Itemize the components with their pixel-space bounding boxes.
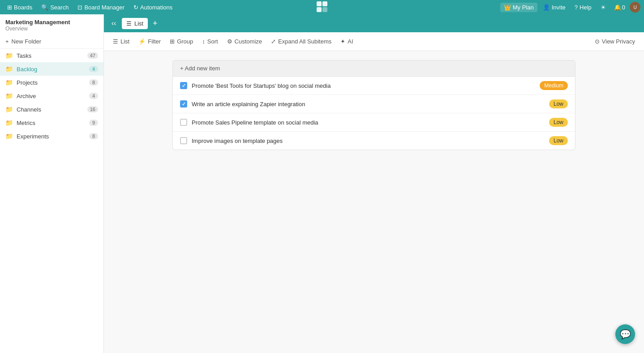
plus-icon: +: [5, 38, 9, 45]
logo: [316, 0, 328, 14]
notifications-button[interactable]: 🔔 0: [611, 3, 628, 12]
workspace-title: Marketing Management: [5, 19, 98, 26]
sidebar-item-tasks[interactable]: 📁 Tasks 47: [0, 49, 103, 62]
sidebar-item-badge: 16: [87, 106, 98, 112]
main-content: ‹‹ ☰ List + ☰ List ⚡ Filter ⊞ Group: [104, 14, 644, 353]
svg-rect-1: [322, 1, 327, 6]
expand-all-button[interactable]: ⤢ Expand All Subitems: [267, 36, 335, 47]
nav-left: ⊞ Boards 🔍 Search ⊡ Board Manager ↻ Auto…: [4, 2, 176, 13]
list-tab[interactable]: ☰ List: [122, 18, 148, 29]
folder-icon: 📁: [5, 106, 13, 113]
group-button[interactable]: ⊞ Group: [166, 36, 197, 47]
toolbar: ☰ List ⚡ Filter ⊞ Group ↕ Sort ⚙ Customi…: [104, 32, 644, 51]
group-icon: ⊞: [170, 38, 175, 45]
collapse-sidebar-button[interactable]: ‹‹: [107, 17, 120, 30]
invite-icon: 👤: [543, 4, 550, 11]
privacy-icon: ⊙: [595, 38, 600, 45]
theme-icon: ☀: [601, 4, 606, 11]
filter-button[interactable]: ⚡ Filter: [135, 36, 164, 47]
table-row: ⋮ Promote 'Best Tools for Startups' blog…: [173, 77, 575, 95]
chat-fab-button[interactable]: 💬: [615, 324, 635, 344]
sidebar: Marketing Management Overview + New Fold…: [0, 14, 104, 353]
crown-icon: 👑: [504, 4, 511, 11]
sidebar-item-label: Experiments: [17, 133, 49, 140]
search-icon: 🔍: [41, 4, 48, 11]
my-plan-label: My Plan: [513, 4, 534, 11]
sidebar-item-metrics[interactable]: 📁 Metrics 9: [0, 116, 103, 129]
sidebar-item-label: Channels: [17, 106, 41, 113]
chat-icon: 💬: [620, 329, 631, 340]
top-nav: ⊞ Boards 🔍 Search ⊡ Board Manager ↻ Auto…: [0, 0, 644, 14]
avatar[interactable]: U: [630, 2, 640, 13]
new-folder-label: New Folder: [12, 38, 41, 45]
task-name: Improve images on template pages: [192, 138, 545, 144]
sidebar-item-label: Projects: [17, 79, 38, 86]
view-privacy-label: View Privacy: [602, 38, 635, 45]
help-button[interactable]: ? Help: [571, 3, 595, 12]
sidebar-item-archive[interactable]: 📁 Archive 4: [0, 89, 103, 103]
boards-icon: ⊞: [7, 4, 12, 11]
my-plan-button[interactable]: 👑 My Plan: [500, 3, 537, 12]
sidebar-item-label: Archive: [17, 93, 36, 99]
ai-button[interactable]: ✦ AI: [337, 36, 356, 47]
sidebar-item-channels[interactable]: 📁 Channels 16: [0, 103, 103, 116]
tab-bar: ‹‹ ☰ List +: [104, 14, 644, 32]
sidebar-item-backlog[interactable]: 📁 Backlog 4: [0, 62, 103, 76]
add-item-button[interactable]: + Add new item: [172, 60, 575, 77]
view-privacy-button[interactable]: ⊙ View Privacy: [591, 36, 639, 47]
list-view-button[interactable]: ☰ List: [109, 36, 133, 47]
table-row: ⋮ Improve images on template pages Low: [173, 132, 575, 150]
search-nav-item[interactable]: 🔍 Search: [38, 2, 72, 13]
sidebar-item-badge: 8: [89, 133, 98, 139]
list-view-icon: ☰: [113, 38, 118, 45]
search-label: Search: [50, 4, 69, 11]
board-manager-label: Board Manager: [84, 4, 125, 11]
list-view-label: List: [120, 38, 129, 45]
notifications-count: 0: [622, 4, 625, 11]
filter-icon: ⚡: [138, 38, 146, 45]
sidebar-item-badge: 4: [89, 66, 98, 72]
sidebar-header: Marketing Management Overview: [0, 14, 103, 34]
sidebar-item-projects[interactable]: 📁 Projects 8: [0, 76, 103, 89]
svg-rect-3: [322, 7, 327, 12]
sidebar-item-left: 📁 Backlog: [5, 65, 37, 73]
sidebar-item-badge: 4: [89, 93, 98, 99]
customize-label: Customize: [235, 38, 262, 45]
invite-button[interactable]: 👤 Invite: [539, 3, 569, 12]
sidebar-item-left: 📁 Archive: [5, 92, 36, 99]
board-manager-nav-item[interactable]: ⊡ Board Manager: [74, 2, 128, 13]
folder-icon: 📁: [5, 133, 13, 140]
sidebar-item-left: 📁 Metrics: [5, 119, 35, 126]
table-row: ⋮ Write an article explaining Zapier int…: [173, 95, 575, 113]
workspace-subtitle: Overview: [5, 26, 98, 32]
add-item-label: + Add new item: [180, 65, 220, 72]
sidebar-item-label: Tasks: [17, 52, 31, 59]
add-tab-button[interactable]: +: [150, 18, 160, 29]
list-items: ⋮ Promote 'Best Tools for Startups' blog…: [172, 77, 575, 150]
sort-button[interactable]: ↕ Sort: [198, 36, 221, 47]
filter-label: Filter: [148, 38, 161, 45]
theme-button[interactable]: ☀: [597, 3, 610, 12]
toolbar-right: ⊙ View Privacy: [591, 36, 639, 47]
list-container: + Add new item ⋮ Promote 'Best Tools for…: [172, 60, 575, 150]
boards-nav-item[interactable]: ⊞ Boards: [4, 2, 36, 13]
sidebar-item-left: 📁 Tasks: [5, 52, 31, 59]
expand-label: Expand All Subitems: [278, 38, 331, 45]
content-area: + Add new item ⋮ Promote 'Best Tools for…: [104, 51, 644, 353]
sidebar-item-experiments[interactable]: 📁 Experiments 8: [0, 129, 103, 143]
automations-nav-item[interactable]: ↻ Automations: [130, 2, 176, 13]
board-manager-icon: ⊡: [77, 4, 82, 11]
customize-icon: ⚙: [227, 38, 232, 45]
folder-icon: 📁: [5, 65, 13, 73]
help-label: Help: [580, 4, 592, 11]
chevron-left-icon: ‹‹: [112, 19, 116, 27]
group-label: Group: [177, 38, 193, 45]
folder-icon: 📁: [5, 92, 13, 99]
folder-icon: 📁: [5, 119, 13, 126]
automations-label: Automations: [140, 4, 172, 11]
new-folder-button[interactable]: + New Folder: [0, 34, 103, 49]
customize-button[interactable]: ⚙ Customize: [223, 36, 266, 47]
nav-right: 👑 My Plan 👤 Invite ? Help ☀ 🔔 0 U: [500, 2, 640, 13]
sidebar-item-label: Metrics: [17, 120, 35, 126]
svg-rect-0: [317, 1, 322, 6]
